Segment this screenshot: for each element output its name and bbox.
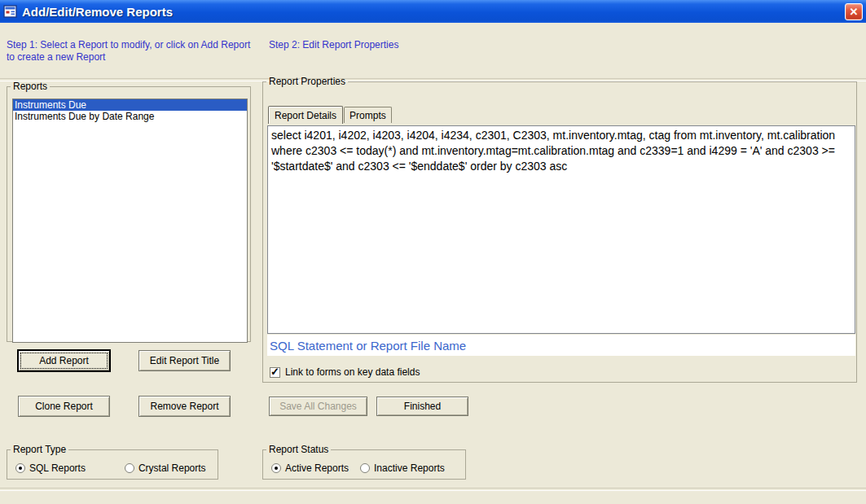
app-icon xyxy=(3,4,18,19)
dialog-window: Add/Edit/Remove Reports ✕ Step 1: Select… xyxy=(0,0,866,504)
close-button[interactable]: ✕ xyxy=(845,3,863,20)
radio-icon[interactable] xyxy=(271,463,281,473)
report-properties-label: Report Properties xyxy=(266,76,348,87)
radio-icon[interactable] xyxy=(15,463,25,473)
sql-caption-label: SQL Statement or Report File Name xyxy=(270,339,466,353)
finished-button[interactable]: Finished xyxy=(376,397,468,416)
report-status-option-active-reports[interactable]: Active Reports xyxy=(271,462,349,474)
link-forms-checkbox-row[interactable]: Link to forms on key data fields xyxy=(270,366,420,378)
step2-instruction: Step 2: Edit Report Properties xyxy=(269,39,595,51)
list-item[interactable]: Instruments Due by Date Range xyxy=(13,111,247,122)
remove-report-button[interactable]: Remove Report xyxy=(138,396,231,417)
title-bar: Add/Edit/Remove Reports ✕ xyxy=(0,0,866,23)
report-type-options: SQL ReportsCrystal Reports xyxy=(15,462,206,474)
step1-instruction: Step 1: Select a Report to modify, or cl… xyxy=(7,39,261,64)
report-status-option-inactive-reports[interactable]: Inactive Reports xyxy=(360,462,445,474)
radio-label: Inactive Reports xyxy=(374,462,445,474)
clone-report-button[interactable]: Clone Report xyxy=(18,396,110,417)
sql-statement-input[interactable]: select i4201, i4202, i4203, i4204, i4234… xyxy=(267,125,855,334)
radio-icon[interactable] xyxy=(125,463,134,473)
report-status-label: Report Status xyxy=(266,444,331,455)
tab-report-details[interactable]: Report Details xyxy=(268,106,343,124)
save-all-changes-button[interactable]: Save All Changes xyxy=(269,397,367,416)
report-type-label: Report Type xyxy=(11,444,68,455)
bottom-divider xyxy=(0,488,866,491)
radio-label: Active Reports xyxy=(285,462,349,474)
reports-list[interactable]: Instruments DueInstruments Due by Date R… xyxy=(12,99,248,343)
add-report-button[interactable]: Add Report xyxy=(18,350,110,371)
report-properties-groupbox: Report Properties Report DetailsPrompts … xyxy=(262,76,857,383)
report-status-options: Active ReportsInactive Reports xyxy=(271,462,445,474)
report-type-option-crystal-reports[interactable]: Crystal Reports xyxy=(125,462,206,474)
tab-prompts[interactable]: Prompts xyxy=(344,107,392,123)
report-type-option-sql-reports[interactable]: SQL Reports xyxy=(15,462,86,474)
link-forms-checkbox-label: Link to forms on key data fields xyxy=(285,366,420,378)
radio-label: SQL Reports xyxy=(29,462,86,474)
sql-caption-strip: SQL Statement or Report File Name xyxy=(267,335,855,356)
window-title: Add/Edit/Remove Reports xyxy=(22,5,845,19)
radio-label: Crystal Reports xyxy=(138,462,206,474)
tab-strip: Report DetailsPrompts xyxy=(268,106,393,123)
report-status-groupbox: Report Status Active ReportsInactive Rep… xyxy=(262,444,466,480)
reports-groupbox: Reports Instruments DueInstruments Due b… xyxy=(7,81,251,342)
reports-group-label: Reports xyxy=(11,81,50,92)
list-item[interactable]: Instruments Due xyxy=(13,99,247,111)
checkbox-icon[interactable] xyxy=(270,367,280,378)
report-type-groupbox: Report Type SQL ReportsCrystal Reports xyxy=(7,444,218,480)
radio-icon[interactable] xyxy=(360,463,370,473)
edit-report-title-button[interactable]: Edit Report Title xyxy=(138,350,231,371)
